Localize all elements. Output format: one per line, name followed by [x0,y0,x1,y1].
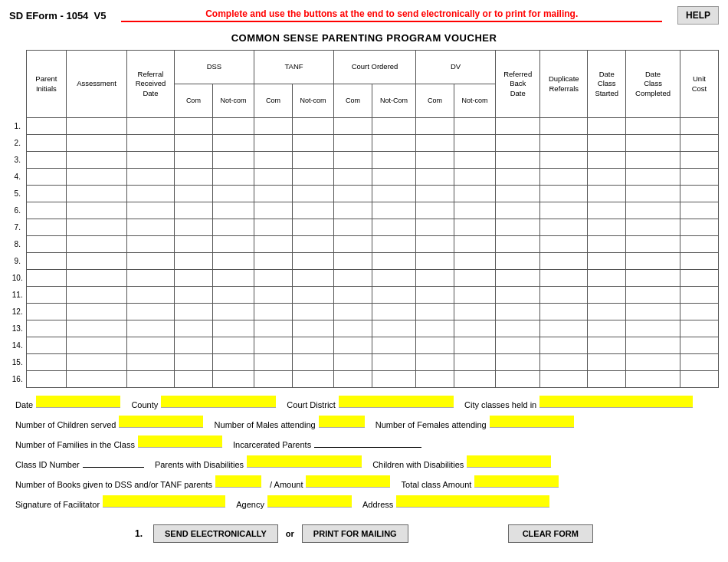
cell-15-tanf-com[interactable] [254,354,293,371]
cell-9-tanf-notcom[interactable] [292,253,333,270]
cell-12-dv-com[interactable] [415,304,454,320]
cell-11-dv-notcom[interactable] [454,287,495,304]
cell-11-court-com[interactable] [334,287,372,304]
cell-10-date-completed[interactable] [626,270,680,287]
cell-15-dv-com[interactable] [415,354,454,371]
cell-2-court-notcom[interactable] [372,135,416,152]
cell-10-referred-back[interactable] [496,270,540,287]
cell-3-referred-back[interactable] [496,152,540,169]
num-males-input[interactable] [319,416,365,428]
cell-16-tanf-com[interactable] [254,371,293,388]
cell-6-date-completed[interactable] [626,202,680,219]
total-class-input[interactable] [474,475,559,488]
cell-1-dv-com[interactable] [415,118,454,135]
num-books-input[interactable] [215,475,261,488]
cell-2-court-com[interactable] [334,135,372,152]
signature-input[interactable] [103,495,225,508]
cell-4-dss-notcom[interactable] [212,169,254,186]
cell-9-date-completed[interactable] [626,253,680,270]
num-females-input[interactable] [490,416,574,428]
cell-9-dss-com[interactable] [174,253,212,270]
cell-7-parent-initials[interactable] [26,219,67,236]
cell-14-court-com[interactable] [334,337,372,354]
cell-9-court-notcom[interactable] [372,253,416,270]
cell-6-parent-initials[interactable] [26,202,67,219]
cell-5-dv-com[interactable] [415,186,454,202]
cell-6-tanf-notcom[interactable] [292,202,333,219]
cell-9-unit-cost[interactable] [680,253,718,270]
cell-1-tanf-notcom[interactable] [292,118,333,135]
cell-13-assessment[interactable] [67,320,127,337]
cell-7-referral-date[interactable] [127,219,175,236]
court-district-input[interactable] [339,396,454,408]
cell-16-dv-com[interactable] [415,371,454,388]
cell-10-referral-date[interactable] [127,270,175,287]
cell-13-dv-notcom[interactable] [454,320,495,337]
cell-12-duplicate-referrals[interactable] [540,304,588,320]
cell-5-referred-back[interactable] [496,186,540,202]
cell-3-court-com[interactable] [334,152,372,169]
cell-8-duplicate-referrals[interactable] [540,236,588,253]
cell-3-unit-cost[interactable] [680,152,718,169]
cell-1-unit-cost[interactable] [680,118,718,135]
cell-10-duplicate-referrals[interactable] [540,270,588,287]
agency-input[interactable] [267,495,352,508]
cell-16-duplicate-referrals[interactable] [540,371,588,388]
cell-7-date-started[interactable] [588,219,626,236]
cell-10-dv-com[interactable] [415,270,454,287]
cell-14-duplicate-referrals[interactable] [540,337,588,354]
cell-7-dv-com[interactable] [415,219,454,236]
cell-5-tanf-com[interactable] [254,186,293,202]
cell-5-unit-cost[interactable] [680,186,718,202]
cell-13-duplicate-referrals[interactable] [540,320,588,337]
cell-16-tanf-notcom[interactable] [292,371,333,388]
cell-9-parent-initials[interactable] [26,253,67,270]
clear-form-button[interactable]: CLEAR FORM [508,524,593,543]
cell-1-referred-back[interactable] [496,118,540,135]
date-input[interactable] [36,396,120,408]
class-id-input[interactable] [83,455,144,468]
cell-8-tanf-com[interactable] [254,236,293,253]
cell-2-dss-notcom[interactable] [212,135,254,152]
cell-16-dss-notcom[interactable] [212,371,254,388]
cell-10-parent-initials[interactable] [26,270,67,287]
cell-6-referred-back[interactable] [496,202,540,219]
cell-4-assessment[interactable] [67,169,127,186]
cell-13-date-completed[interactable] [626,320,680,337]
cell-2-tanf-notcom[interactable] [292,135,333,152]
cell-10-dss-com[interactable] [174,270,212,287]
cell-13-date-started[interactable] [588,320,626,337]
city-classes-input[interactable] [539,396,693,408]
cell-5-date-started[interactable] [588,186,626,202]
cell-15-duplicate-referrals[interactable] [540,354,588,371]
cell-11-date-completed[interactable] [626,287,680,304]
cell-16-date-completed[interactable] [626,371,680,388]
incarcerated-parents-input[interactable] [314,435,421,448]
cell-13-tanf-notcom[interactable] [292,320,333,337]
cell-12-dss-notcom[interactable] [212,304,254,320]
cell-10-dv-notcom[interactable] [454,270,495,287]
cell-14-dv-notcom[interactable] [454,337,495,354]
cell-15-dss-com[interactable] [174,354,212,371]
cell-2-date-completed[interactable] [626,135,680,152]
address-input[interactable] [396,495,549,508]
cell-3-tanf-com[interactable] [254,152,293,169]
cell-16-parent-initials[interactable] [26,371,67,388]
cell-12-assessment[interactable] [67,304,127,320]
cell-5-duplicate-referrals[interactable] [540,186,588,202]
cell-8-court-com[interactable] [334,236,372,253]
cell-5-parent-initials[interactable] [26,186,67,202]
cell-1-tanf-com[interactable] [254,118,293,135]
cell-6-duplicate-referrals[interactable] [540,202,588,219]
cell-1-court-notcom[interactable] [372,118,416,135]
cell-16-unit-cost[interactable] [680,371,718,388]
cell-14-tanf-notcom[interactable] [292,337,333,354]
cell-3-dv-com[interactable] [415,152,454,169]
cell-8-court-notcom[interactable] [372,236,416,253]
cell-15-unit-cost[interactable] [680,354,718,371]
cell-14-referral-date[interactable] [127,337,175,354]
cell-8-dv-com[interactable] [415,236,454,253]
cell-14-court-notcom[interactable] [372,337,416,354]
cell-6-court-com[interactable] [334,202,372,219]
cell-10-unit-cost[interactable] [680,270,718,287]
